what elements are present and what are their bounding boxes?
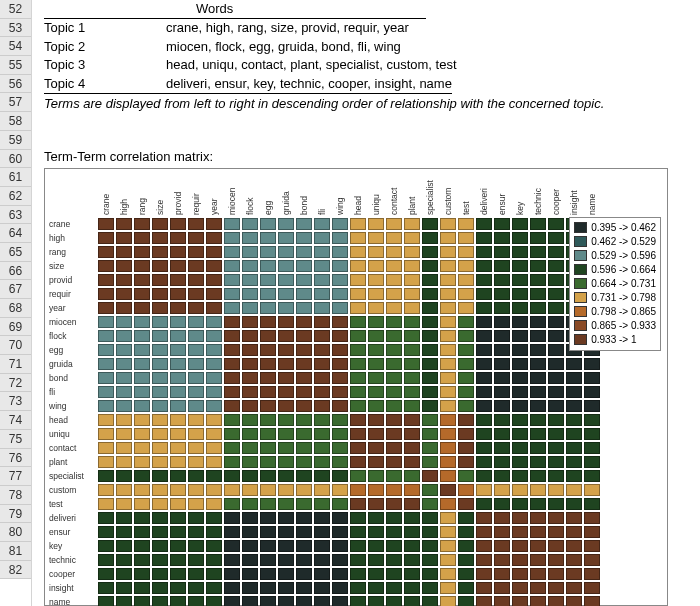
heatmap-cell — [457, 217, 475, 231]
heatmap-cell — [241, 245, 259, 259]
heatmap-cell — [457, 413, 475, 427]
row-header-cell[interactable]: 79 — [0, 505, 31, 524]
heatmap-cell — [583, 511, 601, 525]
heatmap-cell — [133, 469, 151, 483]
heatmap-cell — [115, 511, 133, 525]
row-header-cell[interactable]: 78 — [0, 486, 31, 505]
heatmap-cell — [151, 441, 169, 455]
row-header-cell[interactable]: 59 — [0, 131, 31, 150]
legend-label: 0.933 -> 1 — [591, 334, 636, 345]
row-header-cell[interactable]: 52 — [0, 0, 31, 19]
row-header-cell[interactable]: 53 — [0, 19, 31, 38]
heatmap-cell — [187, 497, 205, 511]
heatmap-cell — [259, 399, 277, 413]
heatmap-cell — [151, 343, 169, 357]
heatmap-cell — [475, 273, 493, 287]
matrix-row-label: gruida — [47, 357, 95, 371]
heatmap-cell — [223, 385, 241, 399]
heatmap-cell — [259, 595, 277, 606]
legend-row: 0.933 -> 1 — [574, 333, 656, 347]
heatmap-cell — [457, 483, 475, 497]
row-header-cell[interactable]: 72 — [0, 374, 31, 393]
heatmap-cell — [169, 217, 187, 231]
heatmap-cell — [295, 357, 313, 371]
row-header-cell[interactable]: 81 — [0, 542, 31, 561]
heatmap-cell — [187, 301, 205, 315]
row-header-cell[interactable]: 64 — [0, 224, 31, 243]
heatmap-cell — [547, 301, 565, 315]
row-header-cell[interactable]: 57 — [0, 93, 31, 112]
row-header-cell[interactable]: 54 — [0, 37, 31, 56]
legend-label: 0.596 -> 0.664 — [591, 264, 656, 275]
heatmap-cell — [421, 441, 439, 455]
heatmap-cell — [313, 455, 331, 469]
heatmap-cell — [187, 595, 205, 606]
heatmap-cell — [205, 259, 223, 273]
heatmap-cell — [205, 525, 223, 539]
row-header-cell[interactable]: 76 — [0, 449, 31, 468]
heatmap-cell — [277, 553, 295, 567]
heatmap-cell — [583, 581, 601, 595]
heatmap-cell — [115, 413, 133, 427]
row-header-cell[interactable]: 56 — [0, 75, 31, 94]
heatmap-cell — [565, 441, 583, 455]
heatmap-cell — [529, 567, 547, 581]
heatmap-cell — [403, 497, 421, 511]
heatmap-cell — [421, 329, 439, 343]
row-header-cell[interactable]: 77 — [0, 467, 31, 486]
heatmap-cell — [547, 553, 565, 567]
row-header-cell[interactable]: 61 — [0, 168, 31, 187]
row-header-cell[interactable]: 58 — [0, 112, 31, 131]
heatmap-cell — [151, 231, 169, 245]
row-header-cell[interactable]: 80 — [0, 523, 31, 542]
row-header-cell[interactable]: 74 — [0, 411, 31, 430]
heatmap-cell — [475, 371, 493, 385]
heatmap-cell — [151, 469, 169, 483]
heatmap-cell — [331, 287, 349, 301]
legend-row: 0.596 -> 0.664 — [574, 263, 656, 277]
heatmap-cell — [421, 553, 439, 567]
heatmap-cell — [133, 301, 151, 315]
heatmap-cell — [403, 399, 421, 413]
heatmap-cell — [277, 231, 295, 245]
legend-row: 0.462 -> 0.529 — [574, 235, 656, 249]
row-header-cell[interactable]: 65 — [0, 243, 31, 262]
heatmap-cell — [223, 287, 241, 301]
heatmap-cell — [259, 287, 277, 301]
row-header-cell[interactable]: 69 — [0, 318, 31, 337]
row-header-cell[interactable]: 70 — [0, 336, 31, 355]
heatmap-cell — [493, 301, 511, 315]
row-header-cell[interactable]: 63 — [0, 206, 31, 225]
heatmap-cell — [115, 441, 133, 455]
heatmap-cell — [421, 427, 439, 441]
heatmap-cell — [439, 511, 457, 525]
row-header-cell[interactable]: 66 — [0, 262, 31, 281]
row-header-cell[interactable]: 73 — [0, 392, 31, 411]
heatmap-cell — [313, 469, 331, 483]
row-header-cell[interactable]: 60 — [0, 150, 31, 169]
row-header-cell[interactable]: 68 — [0, 299, 31, 318]
row-header-cell[interactable]: 71 — [0, 355, 31, 374]
heatmap-cell — [187, 273, 205, 287]
heatmap-cell — [151, 287, 169, 301]
heatmap-cell — [313, 287, 331, 301]
heatmap-cell — [529, 427, 547, 441]
heatmap-cell — [115, 483, 133, 497]
heatmap-cell — [421, 357, 439, 371]
row-header-cell[interactable]: 67 — [0, 280, 31, 299]
matrix-col-label: technic — [529, 171, 547, 215]
row-header-cell[interactable]: 75 — [0, 430, 31, 449]
matrix-row-label: plant — [47, 455, 95, 469]
heatmap-cell — [223, 441, 241, 455]
heatmap-cell — [223, 581, 241, 595]
heatmap-cell — [151, 497, 169, 511]
heatmap-cell — [439, 581, 457, 595]
heatmap-cell — [457, 273, 475, 287]
heatmap-cell — [367, 427, 385, 441]
heatmap-cell — [583, 441, 601, 455]
heatmap-cell — [529, 441, 547, 455]
row-header-cell[interactable]: 55 — [0, 56, 31, 75]
row-header-cell[interactable]: 62 — [0, 187, 31, 206]
row-header-cell[interactable]: 82 — [0, 561, 31, 580]
heatmap-cell — [421, 539, 439, 553]
